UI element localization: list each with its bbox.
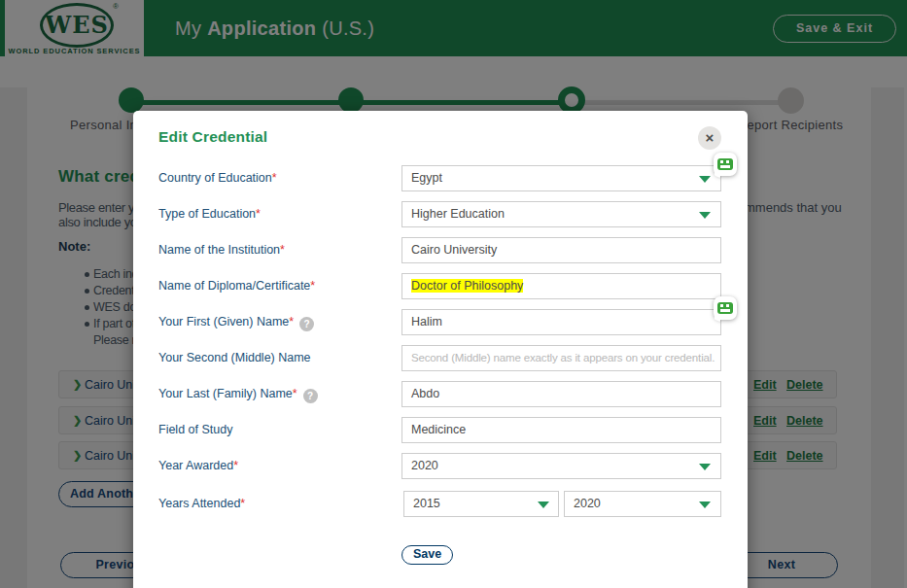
grammarly-keyboard-icon <box>717 158 733 170</box>
field-label: Name of Diploma/Certificate* <box>158 273 401 299</box>
help-icon[interactable]: ? <box>299 317 314 331</box>
field-label: Your Second (Middle) Name <box>158 345 401 371</box>
required-asterisk: * <box>280 243 285 257</box>
field-label: Country of Education* <box>158 165 401 191</box>
years-attended-from-select[interactable]: 2015 <box>403 491 559 517</box>
year-awarded-select[interactable]: 2020 <box>401 453 721 479</box>
form-row-years-attended: Years Attended*20152020 <box>133 491 748 517</box>
required-asterisk: * <box>293 387 297 400</box>
required-asterisk: * <box>233 459 238 472</box>
field-label: Type of Education* <box>158 201 401 227</box>
form-row-institution-name: Name of the Institution*Cairo University <box>133 237 748 263</box>
grammarly-extension-icon[interactable] <box>714 296 737 320</box>
form-row-middle-name: Your Second (Middle) NameSecond (Middle)… <box>133 345 748 371</box>
field-of-study-input[interactable]: Medicince <box>401 417 721 443</box>
field-label: Your First (Given) Name*? <box>158 309 401 335</box>
form-row-diploma-name: Name of Diploma/Certificate*Doctor of Ph… <box>133 273 748 299</box>
form-row-country-of-education: Country of Education*Egypt <box>133 165 748 191</box>
form-row-first-name: Your First (Given) Name*?Halim <box>133 309 748 335</box>
chevron-down-icon <box>699 502 711 508</box>
field-label: Your Last (Family) Name*? <box>158 381 401 407</box>
required-asterisk: * <box>240 497 245 510</box>
years-attended-to-select[interactable]: 2020 <box>564 491 721 517</box>
type-of-education-select[interactable]: Higher Education <box>401 201 721 227</box>
form-row-last-name: Your Last (Family) Name*?Abdo <box>133 381 748 407</box>
required-asterisk: * <box>289 315 294 329</box>
form-row-field-of-study: Field of StudyMedicince <box>133 417 748 443</box>
field-label: Field of Study <box>158 417 401 443</box>
field-label: Name of the Institution* <box>158 237 401 263</box>
chevron-down-icon <box>699 464 711 470</box>
field-label: Year Awarded* <box>158 453 401 479</box>
last-name-input[interactable]: Abdo <box>401 381 721 407</box>
institution-name-input[interactable]: Cairo University <box>401 237 721 263</box>
diploma-name-input[interactable]: Doctor of Philosophy <box>401 273 721 299</box>
form-row-year-awarded: Year Awarded*2020 <box>133 453 748 479</box>
grammarly-keyboard-icon <box>717 302 733 314</box>
form-row-type-of-education: Type of Education*Higher Education <box>133 201 748 227</box>
help-icon[interactable]: ? <box>303 389 318 403</box>
first-name-input[interactable]: Halim <box>401 309 721 335</box>
save-button[interactable]: Save <box>401 545 453 565</box>
country-of-education-select[interactable]: Egypt <box>401 165 721 191</box>
close-icon[interactable]: × <box>698 126 721 150</box>
middle-name-input[interactable]: Second (Middle) name exactly as it appea… <box>401 345 721 371</box>
required-asterisk: * <box>256 207 261 221</box>
grammarly-extension-icon[interactable] <box>714 153 737 176</box>
edit-credential-modal: Edit Credential × Country of Education*E… <box>133 111 748 588</box>
chevron-down-icon <box>538 502 549 508</box>
required-asterisk: * <box>272 171 277 185</box>
required-asterisk: * <box>310 279 315 293</box>
chevron-down-icon <box>699 212 711 219</box>
field-label: Years Attended* <box>158 491 401 517</box>
modal-title: Edit Credential <box>158 128 267 146</box>
chevron-down-icon <box>699 176 711 183</box>
